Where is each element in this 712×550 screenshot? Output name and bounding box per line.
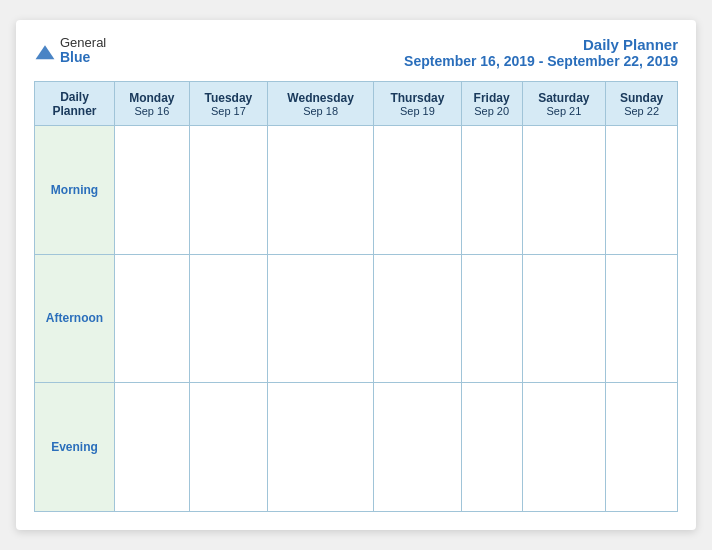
cell-monday-morning[interactable] <box>115 126 190 255</box>
col-header-wednesday: Wednesday Sep 18 <box>268 82 374 126</box>
cell-friday-morning[interactable] <box>461 126 522 255</box>
cell-wednesday-morning[interactable] <box>268 126 374 255</box>
cell-friday-afternoon[interactable] <box>461 254 522 383</box>
cell-saturday-morning[interactable] <box>522 126 606 255</box>
planner-container: General Blue Daily Planner September 16,… <box>16 20 696 530</box>
col-header-saturday: Saturday Sep 21 <box>522 82 606 126</box>
cell-monday-evening[interactable] <box>115 383 190 512</box>
logo-general-text: General <box>60 36 106 50</box>
planner-subtitle: September 16, 2019 - September 22, 2019 <box>404 53 678 69</box>
row-label-morning: Morning <box>35 126 115 255</box>
cell-friday-evening[interactable] <box>461 383 522 512</box>
calendar-table: Daily Planner Monday Sep 16 Tuesday Sep … <box>34 81 678 512</box>
row-label-evening: Evening <box>35 383 115 512</box>
header: General Blue Daily Planner September 16,… <box>34 36 678 69</box>
col-header-monday: Monday Sep 16 <box>115 82 190 126</box>
col-header-thursday: Thursday Sep 19 <box>374 82 462 126</box>
row-afternoon: Afternoon <box>35 254 678 383</box>
logo-text: General Blue <box>60 36 106 66</box>
col-header-friday: Friday Sep 20 <box>461 82 522 126</box>
col-header-tuesday: Tuesday Sep 17 <box>189 82 267 126</box>
cell-wednesday-afternoon[interactable] <box>268 254 374 383</box>
cell-thursday-morning[interactable] <box>374 126 462 255</box>
row-evening: Evening <box>35 383 678 512</box>
cell-tuesday-morning[interactable] <box>189 126 267 255</box>
logo-area: General Blue <box>34 36 106 66</box>
title-area: Daily Planner September 16, 2019 - Septe… <box>404 36 678 69</box>
col-header-daily-planner: Daily Planner <box>35 82 115 126</box>
logo-blue-text: Blue <box>60 50 106 65</box>
svg-marker-0 <box>36 45 55 59</box>
cell-thursday-evening[interactable] <box>374 383 462 512</box>
col-header-sunday: Sunday Sep 22 <box>606 82 678 126</box>
cell-sunday-afternoon[interactable] <box>606 254 678 383</box>
cell-saturday-evening[interactable] <box>522 383 606 512</box>
cell-sunday-morning[interactable] <box>606 126 678 255</box>
cell-sunday-evening[interactable] <box>606 383 678 512</box>
cell-saturday-afternoon[interactable] <box>522 254 606 383</box>
planner-title: Daily Planner <box>404 36 678 53</box>
header-row: Daily Planner Monday Sep 16 Tuesday Sep … <box>35 82 678 126</box>
generalblue-logo-icon <box>34 42 56 64</box>
cell-tuesday-afternoon[interactable] <box>189 254 267 383</box>
row-morning: Morning <box>35 126 678 255</box>
cell-thursday-afternoon[interactable] <box>374 254 462 383</box>
cell-monday-afternoon[interactable] <box>115 254 190 383</box>
cell-wednesday-evening[interactable] <box>268 383 374 512</box>
row-label-afternoon: Afternoon <box>35 254 115 383</box>
cell-tuesday-evening[interactable] <box>189 383 267 512</box>
